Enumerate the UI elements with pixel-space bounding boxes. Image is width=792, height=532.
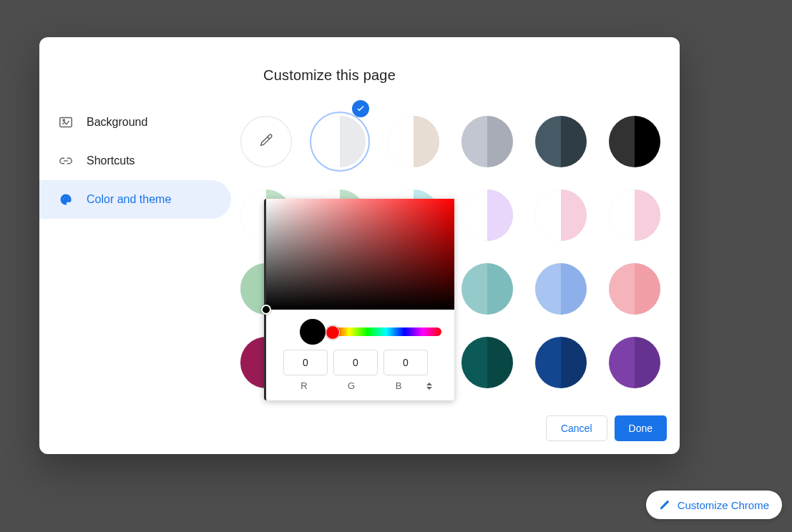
svg-point-2 [62,198,64,200]
check-badge [352,100,369,117]
swatch[interactable] [450,178,524,252]
swatch[interactable] [524,178,597,252]
svg-rect-0 [60,118,72,127]
sidebar-item-label: Color and theme [87,193,171,206]
saturation-value-field[interactable] [266,199,454,310]
swatch[interactable] [597,178,671,252]
eyedropper-icon [258,132,274,151]
color-preview [300,319,326,345]
sidebar-item-label: Shortcuts [87,154,135,167]
swatch[interactable] [376,104,450,178]
sidebar-item-shortcuts[interactable]: Shortcuts [39,142,231,180]
swatch[interactable] [450,104,524,178]
link-icon [58,153,74,169]
swatch[interactable] [450,252,524,325]
swatch[interactable] [597,325,671,399]
svg-point-3 [64,196,65,197]
palette-icon [58,192,74,207]
dialog-title: Customize this page [263,67,396,84]
g-label: G [331,380,372,391]
color-mode-toggle[interactable] [424,379,435,393]
b-input[interactable] [383,350,428,375]
swatch[interactable] [524,104,597,178]
dialog-footer: Cancel Done [546,415,667,441]
svg-point-4 [67,196,68,197]
swatch[interactable] [524,252,597,325]
swatch-custom[interactable] [229,104,303,178]
g-input[interactable] [333,350,378,375]
rgb-labels: R G B [283,380,419,391]
image-icon [58,114,74,130]
rgb-inputs [283,350,428,375]
customize-chrome-label: Customize Chrome [678,499,769,511]
sidebar-item-color-theme[interactable]: Color and theme [39,180,231,219]
swatch[interactable] [450,325,524,399]
svg-point-5 [68,198,69,200]
sv-thumb[interactable] [261,305,271,315]
selection-ring [310,112,370,172]
color-picker: R G B [264,199,454,400]
cancel-button[interactable]: Cancel [546,415,607,441]
r-input[interactable] [283,350,328,375]
sidebar-item-background[interactable]: Background [39,103,231,142]
chevron-down-icon [426,387,432,390]
b-label: B [378,380,419,391]
done-button[interactable]: Done [615,415,667,441]
hue-slider[interactable] [331,327,441,336]
swatch[interactable] [597,104,671,178]
swatch[interactable] [524,325,597,399]
customize-dialog: Customize this page Background Shortcuts… [39,37,680,454]
sidebar-item-label: Background [87,116,147,129]
r-label: R [283,380,325,391]
swatch[interactable] [303,104,376,178]
sidebar: Background Shortcuts Color and theme [39,103,240,219]
swatch[interactable] [597,252,671,325]
svg-point-1 [63,119,64,121]
pencil-icon [659,499,670,511]
customize-chrome-button[interactable]: Customize Chrome [646,491,782,519]
hue-thumb[interactable] [326,325,340,340]
chevron-up-icon [426,383,432,385]
